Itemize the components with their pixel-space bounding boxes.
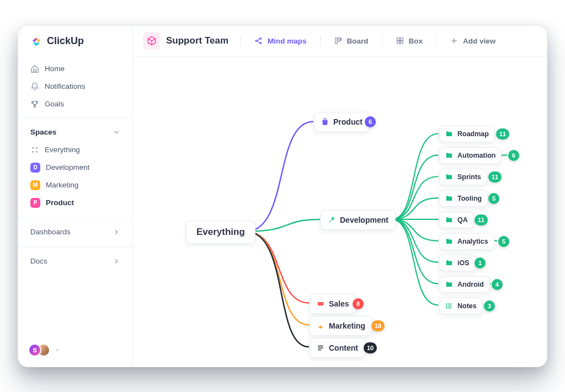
svg-point-16 — [321, 303, 322, 304]
spaces-header[interactable]: Spaces — [26, 123, 125, 141]
svg-rect-10 — [397, 38, 399, 41]
nav-home[interactable]: Home — [26, 60, 125, 78]
space-badge: D — [30, 163, 40, 173]
svg-point-3 — [36, 151, 38, 153]
space-badge-letter: M — [33, 182, 38, 188]
node-label: Content — [329, 343, 358, 352]
node-label: Development — [340, 216, 388, 224]
node-label: iOS — [457, 259, 470, 267]
node-label: Product — [333, 117, 363, 126]
docs-section: Docs — [18, 246, 132, 276]
node-label: QA — [457, 216, 468, 224]
node-root-label: Everything — [196, 227, 245, 238]
svg-rect-13 — [400, 41, 403, 44]
node-dev-child[interactable]: Android — [439, 276, 490, 293]
broadcast-icon — [317, 322, 324, 330]
main-pane: Support Team Mind maps Board Box — [133, 26, 547, 367]
node-dev-child[interactable]: iOS — [439, 255, 476, 271]
ticket-icon — [317, 300, 324, 308]
space-label: Marketing — [46, 181, 78, 189]
divider — [382, 35, 382, 46]
tab-label: Mind maps — [268, 37, 307, 45]
bell-icon — [30, 82, 39, 91]
svg-rect-14 — [318, 302, 324, 305]
node-dev-child[interactable]: Roadmap — [439, 126, 495, 142]
svg-point-4 — [255, 40, 257, 42]
divider — [320, 35, 321, 46]
chevron-right-icon — [113, 228, 120, 236]
node-dev-child[interactable]: Analytics — [439, 233, 494, 250]
count-badge: 3 — [484, 300, 495, 312]
dashboards-label: Dashboards — [30, 228, 71, 236]
brand[interactable]: ClickUp — [18, 26, 132, 57]
space-marketing[interactable]: M Marketing — [26, 176, 125, 194]
node-content[interactable]: Content — [310, 338, 365, 358]
chevron-right-icon — [113, 257, 120, 265]
folder-icon — [445, 281, 453, 288]
node-product[interactable]: Product — [314, 112, 370, 132]
nav-notifications[interactable]: Notifications — [26, 78, 125, 95]
svg-rect-11 — [400, 38, 403, 41]
space-product[interactable]: P Product — [26, 194, 125, 212]
svg-point-0 — [32, 147, 34, 149]
logo-icon — [30, 35, 42, 47]
folder-icon — [445, 173, 453, 181]
folder-icon — [445, 259, 453, 267]
svg-point-1 — [36, 147, 38, 149]
list-icon — [445, 302, 453, 310]
svg-point-18 — [446, 303, 447, 304]
node-dev-child[interactable]: Notes — [439, 298, 483, 314]
folder-icon — [445, 238, 453, 245]
dashboards-header[interactable]: Dashboards — [26, 223, 125, 241]
node-dev-child[interactable]: Sprints — [439, 169, 487, 185]
folder-icon — [445, 152, 453, 159]
node-label: Sprints — [457, 173, 481, 181]
topbar: Support Team Mind maps Board Box — [133, 26, 547, 57]
node-dev-child[interactable]: Tooling — [439, 190, 488, 207]
count-badge-content: 10 — [364, 342, 377, 353]
add-view-button[interactable]: Add view — [445, 32, 500, 50]
space-cube-icon — [143, 32, 161, 50]
docs-label: Docs — [30, 257, 47, 265]
spaces-everything[interactable]: Everything — [26, 141, 125, 159]
svg-point-17 — [320, 327, 321, 328]
node-development[interactable]: Development — [321, 210, 396, 230]
tab-mind-maps[interactable]: Mind maps — [250, 32, 311, 50]
divider — [436, 35, 436, 46]
grid-dots-icon — [30, 146, 39, 154]
node-label: Marketing — [329, 321, 365, 330]
space-badge: M — [30, 180, 40, 190]
node-root[interactable]: Everything — [186, 221, 255, 244]
node-marketing[interactable]: Marketing — [310, 316, 372, 336]
nav-goals-label: Goals — [45, 100, 64, 108]
tab-board[interactable]: Board — [329, 32, 373, 50]
svg-point-2 — [32, 151, 34, 153]
mind-map-canvas[interactable]: Everything Product 6 Development — [133, 57, 547, 367]
space-badge-letter: P — [34, 200, 38, 206]
folder-icon — [445, 195, 453, 202]
trophy-icon — [30, 100, 39, 109]
count-badge: 4 — [492, 279, 503, 290]
count-badge-product: 6 — [365, 116, 376, 127]
tab-label: Board — [347, 37, 369, 45]
node-dev-child[interactable]: Automation — [439, 147, 502, 164]
wrench-icon — [328, 216, 335, 224]
node-dev-child[interactable]: QA — [439, 212, 474, 228]
docs-header[interactable]: Docs — [26, 253, 125, 270]
svg-point-19 — [446, 305, 447, 306]
bag-icon — [321, 118, 329, 126]
primary-nav: Home Notifications Goals — [18, 57, 132, 117]
app-window: ClickUp Home Notifications Goals — [18, 25, 547, 367]
count-badge: 11 — [496, 128, 509, 139]
count-badge: 5 — [488, 193, 499, 204]
node-sales[interactable]: Sales — [310, 294, 356, 314]
node-label: Notes — [457, 302, 477, 310]
space-development[interactable]: D Development — [26, 159, 125, 176]
svg-rect-12 — [397, 41, 399, 44]
svg-point-5 — [260, 38, 262, 40]
user-switcher[interactable] — [18, 336, 132, 367]
tab-box[interactable]: Box — [391, 32, 428, 50]
svg-point-20 — [446, 307, 447, 308]
count-badge: 11 — [475, 214, 488, 225]
nav-goals[interactable]: Goals — [26, 95, 125, 113]
